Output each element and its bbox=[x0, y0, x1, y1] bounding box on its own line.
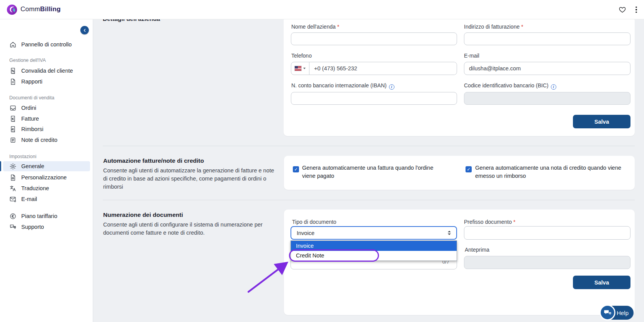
sidebar-item-pricing-plan[interactable]: Piano tariffario bbox=[0, 211, 93, 221]
us-flag-icon bbox=[295, 66, 301, 71]
invoice-icon bbox=[9, 115, 17, 123]
app-screen: Dettagli dell'azienda Nome dell'azienda*… bbox=[0, 0, 644, 322]
sidebar-section-vat: Gestione dell'IVA bbox=[9, 58, 46, 63]
sidebar-item-orders[interactable]: Ordini bbox=[0, 103, 93, 113]
document-icon bbox=[9, 78, 17, 85]
auto-credit-note-label: Genera automaticamente una nota di credi… bbox=[475, 164, 625, 180]
company-name-label: Nome dell'azienda* bbox=[291, 24, 339, 30]
sidebar-item-customer-validation[interactable]: Convalida del cliente bbox=[0, 66, 93, 76]
preview-input bbox=[464, 256, 630, 269]
numbering-description: Consente agli utenti di configurare il s… bbox=[103, 221, 275, 237]
prefix-label: Prefisso documento* bbox=[464, 219, 515, 225]
chat-bubbles-icon bbox=[9, 223, 17, 231]
info-icon[interactable]: i bbox=[389, 84, 394, 90]
document-type-select[interactable]: Invoice bbox=[291, 226, 457, 240]
kebab-menu-button[interactable] bbox=[632, 5, 641, 14]
phone-label: Telefono bbox=[291, 53, 312, 59]
checkmark-icon: ✓ bbox=[294, 167, 298, 172]
credit-note-icon bbox=[9, 136, 17, 144]
sidebar-item-dashboard[interactable]: Pannello di controllo bbox=[0, 39, 93, 49]
iban-input[interactable] bbox=[291, 92, 457, 105]
sidebar-section-sales-documents: Documenti di vendita bbox=[9, 95, 54, 101]
company-details-card: Nome dell'azienda* Indirizzo di fatturaz… bbox=[284, 19, 635, 136]
sidebar-item-customization[interactable]: Personalizzazione bbox=[0, 172, 93, 182]
automation-card: ✓ Genera automaticamente una fattura qua… bbox=[284, 156, 635, 190]
gear-icon bbox=[9, 163, 17, 170]
automation-description: Consente agli utenti di automatizzare la… bbox=[103, 167, 278, 191]
euro-circle-icon bbox=[9, 213, 17, 220]
bic-input bbox=[464, 92, 630, 105]
sidebar-item-support[interactable]: Supporto bbox=[0, 222, 93, 232]
commbilling-logo-icon bbox=[7, 4, 17, 15]
required-asterisk: * bbox=[513, 219, 515, 225]
sidebar-item-translation[interactable]: Traduzione bbox=[0, 183, 93, 193]
save-button[interactable]: Salva bbox=[573, 276, 630, 289]
sidebar-item-credit-notes[interactable]: Note di credito bbox=[0, 135, 93, 145]
sidebar-section-settings: Impostazioni bbox=[9, 154, 36, 159]
sidebar-item-reports[interactable]: Rapporti bbox=[0, 77, 93, 87]
heart-icon bbox=[619, 6, 626, 14]
sidebar-item-invoices[interactable]: Fatture bbox=[0, 114, 93, 124]
customize-icon bbox=[9, 174, 17, 181]
brand-name: CommBilling bbox=[20, 5, 61, 13]
email-label: E-mail bbox=[464, 53, 479, 59]
sidebar-collapse-button[interactable] bbox=[80, 26, 89, 34]
refund-icon bbox=[9, 126, 17, 133]
numbering-title: Numerazione dei documenti bbox=[103, 211, 183, 218]
auto-invoice-label: Genera automaticamente una fattura quand… bbox=[302, 164, 444, 180]
auto-credit-note-checkbox[interactable]: ✓ bbox=[466, 166, 472, 172]
top-header: CommBilling bbox=[0, 0, 644, 19]
section-divider bbox=[103, 146, 635, 146]
sidebar-item-general[interactable]: Generale bbox=[3, 161, 90, 171]
dropdown-option-credit-note[interactable]: Credit Note bbox=[291, 251, 457, 261]
help-chat-button[interactable] bbox=[600, 305, 615, 320]
iban-label: N. conto bancario internazionale (IBAN)i bbox=[291, 82, 394, 90]
bic-label: Codice identificativo bancario (BIC)i bbox=[464, 82, 556, 90]
mail-gear-icon bbox=[9, 196, 17, 203]
sidebar: Pannello di controllo Gestione dell'IVA … bbox=[0, 19, 93, 322]
automation-title: Automazione fatture/note di credito bbox=[103, 157, 204, 164]
checkmark-icon: ✓ bbox=[467, 167, 471, 172]
country-code-dropdown[interactable] bbox=[291, 62, 309, 75]
document-type-dropdown: Invoice Credit Note bbox=[291, 240, 457, 261]
sidebar-item-refunds[interactable]: Rimborsi bbox=[0, 124, 93, 134]
sidebar-item-email[interactable]: E-mail bbox=[0, 194, 93, 204]
prefix-input[interactable] bbox=[464, 226, 630, 240]
phone-input[interactable] bbox=[309, 62, 457, 75]
phone-field-wrapper bbox=[291, 62, 457, 75]
translate-icon bbox=[9, 185, 17, 192]
favorites-button[interactable] bbox=[618, 5, 627, 14]
section-divider bbox=[103, 200, 635, 200]
section-title-company-details: Dettagli dell'azienda bbox=[103, 19, 160, 22]
auto-invoice-checkbox[interactable]: ✓ bbox=[293, 166, 299, 172]
info-icon[interactable]: i bbox=[551, 84, 556, 90]
numbering-card: Tipo di documento 0/7 Invoice Invoice Cr… bbox=[284, 210, 635, 315]
document-type-label: Tipo di documento bbox=[292, 219, 336, 225]
receipt-percent-icon bbox=[9, 67, 17, 75]
preview-label: Anteprima bbox=[465, 247, 489, 253]
company-name-input[interactable] bbox=[291, 32, 457, 45]
email-input[interactable] bbox=[464, 62, 630, 75]
save-button[interactable]: Salva bbox=[573, 115, 630, 128]
chevron-left-icon bbox=[83, 28, 87, 32]
required-asterisk: * bbox=[521, 24, 523, 30]
chat-bubbles-icon bbox=[603, 308, 612, 317]
required-asterisk: * bbox=[337, 24, 339, 30]
billing-address-label: Indirizzo di fatturazione* bbox=[464, 24, 523, 30]
dropdown-option-invoice[interactable]: Invoice bbox=[291, 241, 457, 251]
select-stepper-icon bbox=[448, 231, 451, 235]
active-item-indicator bbox=[0, 161, 1, 171]
chevron-down-icon bbox=[303, 68, 306, 69]
billing-address-input[interactable] bbox=[464, 32, 630, 45]
home-icon bbox=[9, 41, 17, 48]
inbox-icon bbox=[9, 104, 17, 112]
main-content: Dettagli dell'azienda Nome dell'azienda*… bbox=[93, 19, 644, 322]
